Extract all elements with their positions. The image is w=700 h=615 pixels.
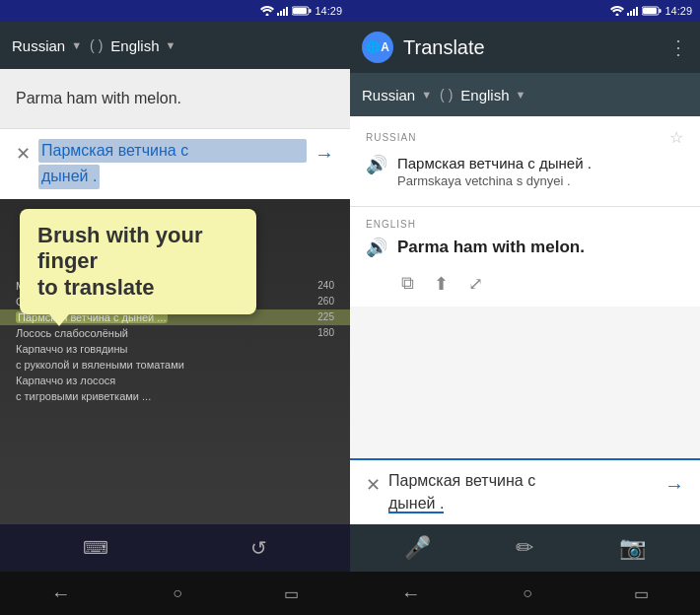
left-close-button[interactable]: ✕ — [16, 143, 31, 165]
menu-price-4: 180 — [317, 327, 334, 339]
menu-line-6: с рукколой и вялеными томатами — [0, 357, 350, 373]
signal-icon-left — [277, 6, 289, 16]
svg-rect-7 — [293, 8, 307, 14]
tooltip-text: Brush with your finger to translate — [37, 223, 239, 301]
english-translation-content: Parma ham with melon. — [397, 236, 684, 259]
svg-point-8 — [616, 14, 619, 17]
right-submit-arrow[interactable]: → — [665, 474, 684, 497]
right-input-text[interactable]: Пармская ветчина с дыней . — [388, 470, 657, 514]
recent-nav-icon-right[interactable]: ▭ — [634, 584, 649, 603]
svg-rect-11 — [633, 9, 635, 16]
left-source-lang[interactable]: Russian — [12, 37, 65, 54]
menu-item-8: с тигровыми криветками ... — [16, 390, 151, 402]
right-app-header: 🌐A Translate ⋮ — [350, 22, 700, 73]
signal-icon-right — [627, 6, 639, 16]
svg-rect-10 — [630, 11, 632, 16]
left-input-text[interactable]: Пармская ветчина с дыней . — [38, 139, 307, 189]
left-panel: 14:29 Russian ▼ ( ) English ▼ Parma ham … — [0, 0, 350, 615]
wifi-icon-left — [260, 6, 274, 16]
expand-icon[interactable]: ⤢ — [468, 273, 483, 295]
left-translation-output: Parma ham with melon. — [0, 69, 350, 128]
svg-rect-6 — [310, 9, 312, 13]
english-translation-card: ENGLISH 🔊 Parma ham with melon. ⧉ ⬆ ⤢ — [350, 207, 700, 307]
battery-icon-left — [292, 6, 312, 16]
wifi-icon-right — [610, 6, 624, 16]
right-close-button[interactable]: ✕ — [366, 474, 381, 496]
right-source-lang[interactable]: Russian — [362, 87, 415, 103]
menu-line-7: Карпаччо из лосося — [0, 373, 350, 388]
app-icon: 🌐A — [362, 32, 393, 63]
right-input-line2: дыней . — [388, 493, 657, 514]
swap-arrows-right[interactable]: ( ) — [440, 87, 453, 102]
home-nav-icon-right[interactable]: ○ — [523, 584, 532, 602]
right-status-icons: 14:29 — [610, 5, 692, 17]
left-input-section: ✕ Пармская ветчина с дыней . → — [0, 128, 350, 199]
right-target-lang-selector[interactable]: English ▼ — [460, 87, 525, 103]
back-nav-icon-right[interactable]: ← — [401, 582, 421, 605]
left-status-bar: 14:29 — [0, 0, 350, 22]
svg-rect-9 — [627, 13, 629, 16]
svg-point-0 — [266, 14, 269, 17]
menu-item-4: Лосось слабосолёный — [16, 327, 128, 339]
menu-item-6: с рукколой и вялеными томатами — [16, 359, 184, 371]
brush-tooltip: Brush with your finger to translate — [20, 209, 256, 314]
english-section-label: ENGLISH — [366, 219, 684, 230]
battery-icon-right — [642, 6, 662, 16]
russian-translation-card: RUSSIAN ☆ 🔊 Пармская ветчина с дыней . P… — [350, 116, 700, 206]
svg-rect-2 — [280, 11, 282, 16]
right-panel: 14:29 🌐A Translate ⋮ Russian ▼ ( ) Engli… — [350, 0, 700, 615]
menu-price-1: 240 — [317, 280, 334, 292]
svg-rect-12 — [636, 7, 638, 16]
right-lang-bar: Russian ▼ ( ) English ▼ — [350, 73, 700, 116]
left-target-lang[interactable]: English — [110, 37, 159, 54]
menu-line-4: Лосось слабосолёный 180 — [0, 325, 350, 341]
right-bottom-toolbar: 🎤 ✏ 📷 — [350, 524, 700, 572]
left-bottom-toolbar: ⌨ ↺ — [0, 524, 350, 572]
english-speaker-icon[interactable]: 🔊 — [366, 237, 387, 258]
swap-icon: ( ) — [90, 37, 103, 53]
right-input-underline: дыней . — [388, 495, 444, 513]
right-input-line1: Пармская ветчина с — [388, 470, 657, 492]
russian-translation-content: Пармская ветчина с дыней . Parmskaya vet… — [397, 153, 684, 188]
right-input-section[interactable]: ✕ Пармская ветчина с дыней . → — [350, 458, 700, 524]
right-target-lang-arrow: ▼ — [516, 89, 526, 101]
left-status-icons: 14:29 — [260, 5, 342, 17]
keyboard-icon[interactable]: ⌨ — [83, 537, 108, 559]
share-icon[interactable]: ⬆ — [434, 273, 449, 295]
left-bottom-nav: ← ○ ▭ — [0, 572, 350, 615]
svg-rect-3 — [283, 9, 285, 16]
english-translation-row: 🔊 Parma ham with melon. — [366, 236, 684, 259]
right-time: 14:29 — [665, 5, 692, 17]
right-target-lang[interactable]: English — [460, 87, 509, 103]
russian-sub-text: Parmskaya vetchina s dynyei . — [397, 173, 684, 188]
left-target-lang-arrow: ▼ — [166, 39, 176, 51]
copy-icon[interactable]: ⧉ — [401, 273, 414, 294]
star-icon[interactable]: ☆ — [669, 128, 684, 147]
svg-rect-1 — [277, 13, 279, 16]
recent-nav-icon-left[interactable]: ▭ — [284, 584, 299, 603]
menu-price-3: 225 — [317, 311, 334, 323]
russian-translation-row: 🔊 Пармская ветчина с дыней . Parmskaya v… — [366, 153, 684, 188]
menu-line-5: Карпаччо из говядины — [0, 341, 350, 357]
back-nav-icon-left[interactable]: ← — [51, 582, 71, 605]
more-options-icon[interactable]: ⋮ — [668, 35, 688, 59]
refresh-icon[interactable]: ↺ — [250, 536, 267, 560]
svg-rect-4 — [286, 7, 288, 16]
left-input-line1: Пармская ветчина с — [38, 139, 307, 163]
pencil-icon[interactable]: ✏ — [516, 535, 533, 561]
right-source-lang-selector[interactable]: Russian ▼ — [362, 87, 432, 103]
left-lang-selector[interactable]: Russian ▼ — [12, 37, 82, 54]
left-submit-arrow[interactable]: → — [315, 143, 334, 166]
russian-speaker-icon[interactable]: 🔊 — [366, 154, 387, 175]
camera-icon[interactable]: 📷 — [619, 535, 646, 561]
mic-icon[interactable]: 🎤 — [404, 535, 431, 561]
left-output-text: Parma ham with melon. — [16, 90, 181, 107]
right-status-bar: 14:29 — [350, 0, 700, 22]
left-input-line2: дыней . — [38, 165, 100, 188]
menu-item-7: Карпаччо из лосося — [16, 375, 115, 386]
home-nav-icon-left[interactable]: ○ — [173, 584, 182, 602]
swap-button[interactable]: ( ) — [90, 37, 103, 53]
right-source-lang-arrow: ▼ — [421, 89, 432, 101]
left-target-lang-selector[interactable]: English ▼ — [110, 37, 175, 54]
russian-section-label: RUSSIAN ☆ — [366, 128, 684, 147]
